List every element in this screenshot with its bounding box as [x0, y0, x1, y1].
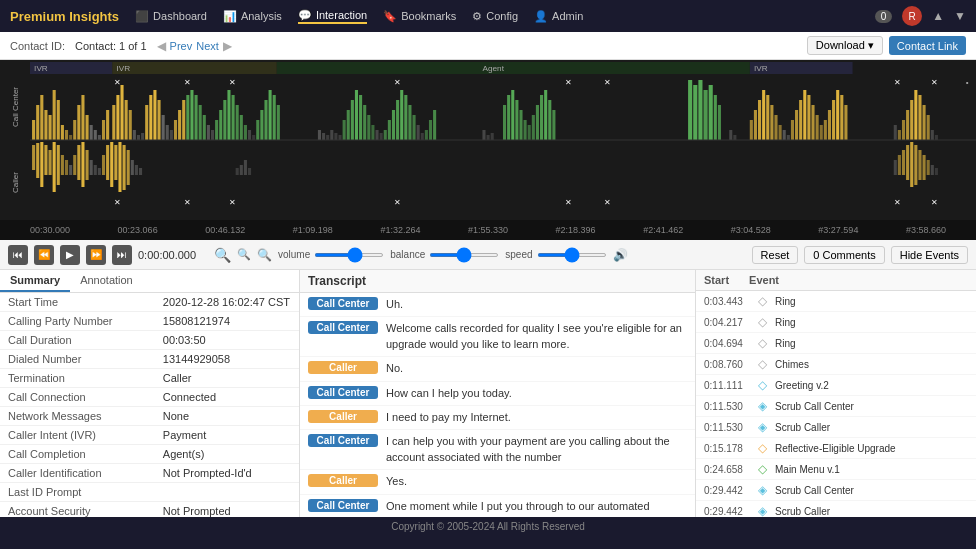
svg-rect-132	[787, 135, 790, 140]
annotation-tab[interactable]: Annotation	[70, 270, 143, 292]
chimes-icon: ◇	[755, 357, 769, 371]
svg-rect-192	[131, 160, 134, 175]
svg-rect-105	[519, 110, 522, 140]
event-time: 0:11.530	[704, 422, 749, 433]
svg-rect-71	[326, 135, 329, 140]
svg-rect-186	[106, 145, 109, 180]
transcript-row: CallerYes.	[300, 470, 695, 494]
summary-tab[interactable]: Summary	[0, 270, 70, 292]
next-button[interactable]: Next	[196, 40, 219, 52]
scrub-icon: ◈	[755, 483, 769, 497]
svg-rect-44	[178, 110, 181, 140]
summary-row: TerminationCaller	[0, 369, 299, 388]
svg-rect-142	[828, 110, 831, 140]
speed-slider[interactable]	[537, 253, 607, 257]
prev-button[interactable]: Prev	[170, 40, 193, 52]
transcript-row: CallerNo.	[300, 357, 695, 381]
svg-rect-172	[49, 150, 52, 175]
zoom-out-icon[interactable]: 🔍	[237, 248, 251, 261]
summary-value: Payment	[155, 426, 299, 445]
analysis-icon: 📊	[223, 10, 237, 23]
nav-bookmarks[interactable]: 🔖 Bookmarks	[383, 10, 456, 23]
svg-rect-37	[149, 95, 152, 140]
seek-start-button[interactable]: ⏮	[8, 245, 28, 265]
comments-button[interactable]: 0 Comments	[804, 246, 884, 264]
nav-config[interactable]: ⚙ Config	[472, 10, 518, 23]
collapse-icon[interactable]: ▼	[954, 9, 966, 23]
speaker-badge: Caller	[308, 410, 378, 423]
svg-rect-18	[69, 135, 72, 140]
contact-link-button[interactable]: Contact Link	[889, 36, 966, 55]
event-row: 0:11.530◈Scrub Caller	[696, 417, 976, 438]
svg-rect-27	[106, 110, 109, 140]
speaker-badge: Call Center	[308, 499, 378, 512]
svg-rect-30	[120, 85, 123, 140]
nav-admin[interactable]: 👤 Admin	[534, 10, 583, 23]
svg-rect-53	[215, 120, 218, 140]
nav-avatar[interactable]: R	[902, 6, 922, 26]
svg-text:✕: ✕	[894, 78, 901, 87]
svg-rect-191	[127, 150, 130, 185]
svg-text:Agent: Agent	[482, 64, 504, 73]
download-button[interactable]: Download ▾	[807, 36, 883, 55]
player-controls: ⏮ ⏪ ▶ ⏩ ⏭ 0:00:00.000 🔍 🔍 🔍 volume balan…	[0, 240, 976, 270]
svg-rect-118	[709, 85, 713, 140]
event-row: 0:11.111◇Greeting v.2	[696, 375, 976, 396]
search-icon[interactable]: 🔍	[257, 248, 272, 262]
ruler-mark-1: 00:23.066	[118, 225, 158, 235]
zoom-in-icon[interactable]: 🔍	[214, 247, 231, 263]
transcript-header: Transcript	[300, 270, 695, 293]
svg-text:✕: ✕	[394, 198, 401, 207]
svg-rect-57	[232, 95, 235, 140]
svg-text:✕: ✕	[229, 78, 236, 87]
svg-text:✕: ✕	[565, 198, 572, 207]
nav-interaction[interactable]: 💬 Interaction	[298, 9, 367, 24]
svg-text:✕: ✕	[604, 78, 611, 87]
svg-rect-208	[931, 165, 934, 175]
menu-icon: ◇	[755, 462, 769, 476]
svg-rect-102	[507, 95, 510, 140]
seek-end-button[interactable]: ⏭	[112, 245, 132, 265]
svg-rect-151	[910, 100, 913, 140]
summary-value: Not Prompted-Id'd	[155, 464, 299, 483]
transcript-rows: Call CenterUh.Call CenterWelcome calls r…	[300, 293, 695, 517]
events-rows: 0:03.443◇Ring0:04.217◇Ring0:04.694◇Ring0…	[696, 291, 976, 517]
mute-icon[interactable]: 🔊	[613, 248, 628, 262]
svg-rect-122	[733, 135, 736, 140]
balance-slider[interactable]	[429, 253, 499, 257]
reset-button[interactable]: Reset	[752, 246, 799, 264]
waveform-canvas[interactable]: IVR IVR IVR Agent	[30, 60, 976, 220]
svg-rect-193	[135, 165, 138, 175]
svg-rect-128	[770, 105, 773, 140]
svg-rect-135	[799, 100, 802, 140]
svg-rect-48	[195, 95, 198, 140]
summary-key: Network Messages	[0, 407, 155, 426]
svg-rect-64	[260, 110, 263, 140]
time-display: 0:00:00.000	[138, 249, 208, 261]
svg-rect-157	[935, 135, 938, 140]
svg-rect-146	[844, 105, 847, 140]
svg-rect-81	[367, 115, 370, 140]
play-button[interactable]: ▶	[60, 245, 80, 265]
hide-events-button[interactable]: Hide Events	[891, 246, 968, 264]
nav-analysis[interactable]: 📊 Analysis	[223, 10, 282, 23]
events-start-col: Start	[704, 274, 729, 286]
waveform-area: Call Center Caller IVR IVR IVR Agent	[0, 60, 976, 220]
svg-rect-3	[112, 62, 277, 74]
transcript-text: I can help you with your payment are you…	[386, 434, 687, 465]
svg-rect-129	[774, 115, 777, 140]
rewind-button[interactable]: ⏪	[34, 245, 54, 265]
svg-rect-180	[81, 142, 84, 187]
expand-icon[interactable]: ▲	[932, 9, 944, 23]
svg-rect-200	[898, 155, 901, 175]
svg-rect-136	[803, 90, 806, 140]
ruler-mark-5: #1:55.330	[468, 225, 508, 235]
nav-dashboard[interactable]: ⬛ Dashboard	[135, 10, 207, 23]
events-event-col: Event	[749, 274, 779, 286]
svg-text:•: •	[966, 78, 969, 87]
svg-rect-181	[86, 150, 89, 180]
top-nav: Premium Insights ⬛ Dashboard 📊 Analysis …	[0, 0, 976, 32]
fast-forward-button[interactable]: ⏩	[86, 245, 106, 265]
volume-slider[interactable]	[314, 253, 384, 257]
svg-rect-141	[824, 120, 827, 140]
